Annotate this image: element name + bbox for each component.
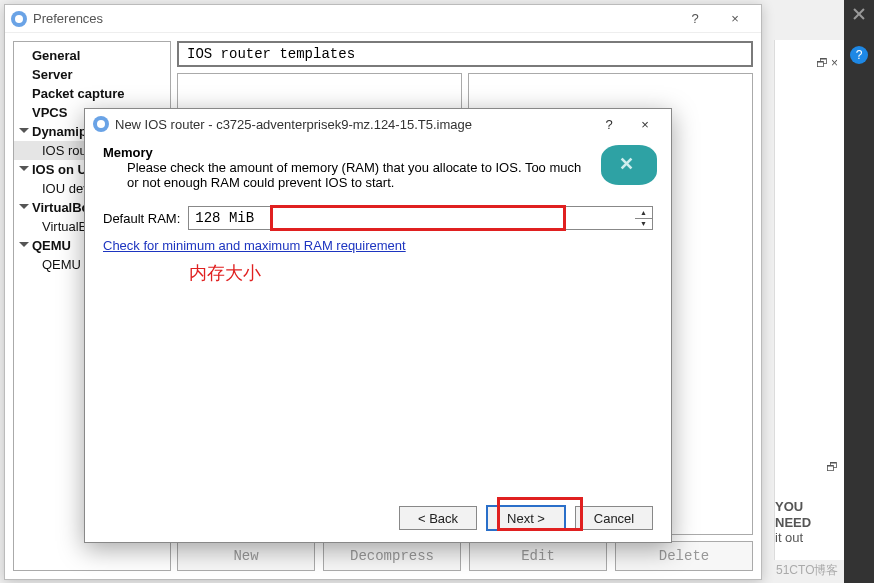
tree-general[interactable]: General <box>14 46 170 65</box>
back-button[interactable]: < Back <box>399 506 477 530</box>
bg-it-out: it out <box>775 530 803 545</box>
content-heading: IOS router templates <box>177 41 753 67</box>
spin-up-icon[interactable]: ▲ <box>635 207 652 219</box>
prefs-help-button[interactable]: ? <box>675 11 715 26</box>
wizard-section-desc: Please check the amount of memory (RAM) … <box>103 160 583 190</box>
delete-button[interactable]: Delete <box>615 541 753 571</box>
preferences-title: Preferences <box>33 11 103 26</box>
router-icon <box>601 145 657 185</box>
wizard-title: New IOS router - c3725-adventerprisek9-m… <box>115 117 472 132</box>
prefs-close-button[interactable]: × <box>715 11 755 26</box>
wizard-app-icon <box>93 116 109 132</box>
app-icon <box>11 11 27 27</box>
bg-close-icon <box>852 7 866 21</box>
wizard-section-title: Memory <box>103 145 595 160</box>
next-button[interactable]: Next > <box>487 506 565 530</box>
tree-server[interactable]: Server <box>14 65 170 84</box>
ram-requirements-link[interactable]: Check for minimum and maximum RAM requir… <box>103 238 406 253</box>
wizard-titlebar: New IOS router - c3725-adventerprisek9-m… <box>85 109 671 139</box>
new-ios-router-wizard: New IOS router - c3725-adventerprisek9-m… <box>84 108 672 543</box>
spin-down-icon[interactable]: ▼ <box>635 219 652 230</box>
pin-icon: 🗗 × <box>816 56 838 70</box>
decompress-button[interactable]: Decompress <box>323 541 461 571</box>
default-ram-label: Default RAM: <box>103 211 180 226</box>
background-strip: ? <box>844 0 874 583</box>
wizard-close-button[interactable]: × <box>627 117 663 132</box>
watermark: 51CTO博客 <box>776 562 838 579</box>
bg-you-need: YOU NEED <box>775 499 811 530</box>
bg-footer-text: YOU NEED it out <box>775 499 840 546</box>
tree-packet-capture[interactable]: Packet capture <box>14 84 170 103</box>
preferences-titlebar: Preferences ? × <box>5 5 761 33</box>
cancel-button[interactable]: Cancel <box>575 506 653 530</box>
default-ram-input[interactable] <box>188 206 653 230</box>
annotation-memory-size: 内存大小 <box>189 261 653 285</box>
wizard-help-button[interactable]: ? <box>591 117 627 132</box>
background-right-panel: 🗗 × 🗗 YOU NEED it out <box>774 40 844 560</box>
edit-button[interactable]: Edit <box>469 541 607 571</box>
restore-icon: 🗗 <box>826 460 838 474</box>
help-bubble-icon: ? <box>850 46 868 64</box>
new-button[interactable]: New <box>177 541 315 571</box>
ram-spinner[interactable]: ▲ ▼ <box>635 206 653 230</box>
